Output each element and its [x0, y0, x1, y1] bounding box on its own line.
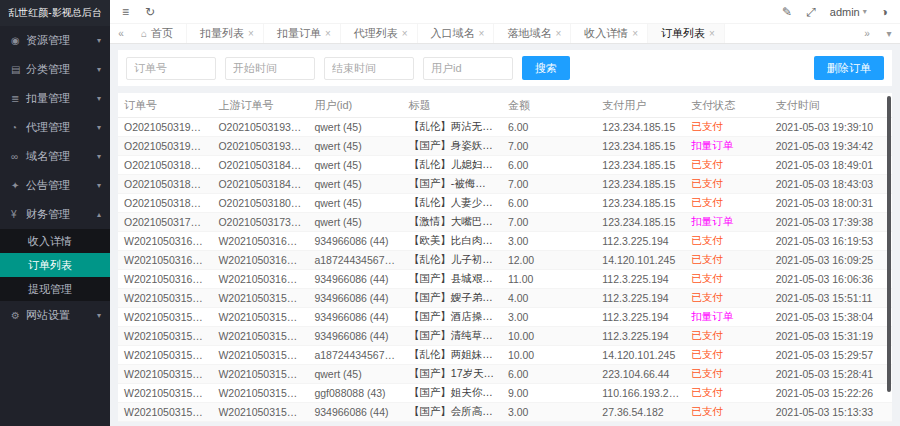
sidebar-menu: ◉ 资源管理 ▾ ▤ 分类管理 ▾ ≣ 扣量管理 ▾ ◔	[0, 26, 110, 330]
cell-status: 已支付	[685, 365, 769, 384]
cell-payer: 112.3.225.194	[596, 289, 685, 308]
end-time-input[interactable]	[324, 57, 414, 80]
cell-title: 【国产】酒店操自养的大...	[403, 308, 502, 327]
cell-payer: 110.166.193.229	[596, 384, 685, 403]
cell-title: 【国产】清纯草莓小美女	[403, 327, 502, 346]
cell-upstream-no: O202105031739225212	[212, 213, 308, 232]
cell-title: 【乱伦】儿子初期鲜嫩大	[403, 251, 502, 270]
tab-close-icon[interactable]: ×	[709, 28, 715, 39]
admin-dropdown[interactable]: admin ▾	[830, 6, 867, 18]
tab-scroll-left-icon[interactable]: «	[110, 28, 132, 39]
tab-close-icon[interactable]: ×	[632, 28, 638, 39]
delete-orders-button[interactable]: 删除订单	[814, 56, 884, 80]
cell-amount: 6.00	[502, 118, 596, 137]
cell-order-no: O202105031938581410...	[118, 118, 212, 137]
tab-item[interactable]: 订单列表 ×	[648, 24, 725, 43]
cell-status: 扣量订单	[685, 213, 769, 232]
tab-close-icon[interactable]: ×	[555, 28, 561, 39]
chevron-icon: ▴	[97, 210, 101, 219]
sidebar-menu-item[interactable]: ◔ 代理管理 ▾	[0, 113, 110, 142]
tabbar-right: » ▾	[856, 28, 900, 39]
sidebar-menu-item[interactable]: ≣ 扣量管理 ▾	[0, 84, 110, 113]
cell-amount: 6.00	[502, 194, 596, 213]
tab-close-icon[interactable]: ×	[479, 28, 485, 39]
tab-options-icon[interactable]: ▾	[878, 28, 900, 39]
status-badge: 已支付	[691, 234, 723, 246]
table-scrollbar[interactable]	[887, 96, 891, 392]
cell-title: 【激情】大嘴巴初入出入	[403, 213, 502, 232]
tab-item[interactable]: 落地域名 ×	[494, 24, 571, 43]
start-time-input[interactable]	[225, 57, 315, 80]
sidebar-menu-item[interactable]: ⚙ 网站设置 ▾	[0, 301, 110, 330]
cell-title: 【国产】姐夫你喝醉了!...	[403, 384, 502, 403]
status-badge: 已支付	[691, 177, 723, 189]
app-logo-title: 乱世红颜-影视总后台	[0, 0, 110, 26]
cell-user: 934966086 (44)	[308, 289, 402, 308]
sidebar-submenu-item[interactable]: 提现管理	[0, 277, 110, 301]
cell-order-no: O202105031848407685...	[118, 156, 212, 175]
status-badge: 已支付	[691, 253, 723, 265]
collapse-sidebar-icon[interactable]: ≡	[122, 5, 129, 19]
tab-item[interactable]: 代理列表 ×	[341, 24, 418, 43]
sidebar-menu-item[interactable]: ∞ 域名管理 ▾	[0, 142, 110, 171]
theme-icon[interactable]: ◑	[881, 5, 888, 19]
cell-order-no: W202105031528286328...	[118, 365, 212, 384]
search-button[interactable]: 搜索	[522, 56, 570, 80]
cell-status: 已支付	[685, 194, 769, 213]
tab-label: 代理列表	[354, 26, 398, 41]
cell-user: 934966086 (44)	[308, 270, 402, 289]
cell-time: 2021-05-03 17:39:38	[770, 213, 892, 232]
tab-item[interactable]: 扣量订单 ×	[264, 24, 341, 43]
cell-user: qwert (45)	[308, 156, 402, 175]
tab-close-icon[interactable]: ×	[248, 28, 254, 39]
tab-close-icon[interactable]: ×	[325, 28, 331, 39]
sidebar-submenu-item[interactable]: 订单列表	[0, 253, 110, 277]
tab-close-icon[interactable]: ×	[402, 28, 408, 39]
fullscreen-icon[interactable]: ⤢	[806, 5, 816, 19]
menu-item-icon: ≣	[11, 93, 26, 104]
tab-item[interactable]: ⌂ 首页	[132, 24, 187, 43]
menu-item-label: 扣量管理	[26, 91, 97, 106]
refresh-icon[interactable]: ↻	[145, 5, 155, 19]
home-icon: ⌂	[141, 28, 147, 39]
order-no-input[interactable]	[126, 57, 216, 80]
cell-amount: 9.00	[502, 384, 596, 403]
cell-title: 【乱伦】人妻少妇平白嫩...	[403, 194, 502, 213]
cell-title: 【乱伦】儿媳妇未在姥姥...	[403, 156, 502, 175]
cell-payer: 223.104.66.44	[596, 365, 685, 384]
status-badge: 扣量订单	[691, 215, 733, 227]
menu-item-icon: ◔	[11, 122, 26, 133]
tab-item[interactable]: 入口域名 ×	[418, 24, 495, 43]
menu-item-icon: ▤	[11, 64, 26, 75]
status-badge: 扣量订单	[691, 139, 733, 151]
cell-status: 已支付	[685, 175, 769, 194]
sidebar-submenu-item[interactable]: 收入详情	[0, 229, 110, 253]
sidebar-menu-item[interactable]: ✦ 公告管理 ▾	[0, 171, 110, 200]
cell-title: 【欧美】比白肉料还要人...	[403, 232, 502, 251]
clear-cache-icon[interactable]: ✎	[782, 5, 792, 19]
tab-item[interactable]: 收入详情 ×	[571, 24, 648, 43]
sidebar-menu-item[interactable]: ▤ 分类管理 ▾	[0, 55, 110, 84]
menu-item-label: 代理管理	[26, 120, 97, 135]
user-id-input[interactable]	[423, 57, 513, 80]
cell-upstream-no: W202105031528286328...	[212, 365, 308, 384]
table-row: O202105031938581410... O2021050319385814…	[118, 118, 892, 137]
cell-order-no: O202105031800162747...	[118, 194, 212, 213]
cell-order-no: W202105031609123540	[118, 251, 212, 270]
tab-item[interactable]: 扣量列表 ×	[187, 24, 264, 43]
menu-item-label: 公告管理	[26, 178, 97, 193]
cell-upstream-no: W202105031522118993...	[212, 384, 308, 403]
cell-title: 【乱伦】两沾无暇双胞2...	[403, 118, 502, 137]
tab-scroll-right-icon[interactable]: »	[856, 28, 878, 39]
cell-payer: 123.234.185.15	[596, 156, 685, 175]
status-badge: 已支付	[691, 367, 723, 379]
sidebar-menu-item[interactable]: ¥ 财务管理 ▴	[0, 200, 110, 229]
cell-user: 934966086 (44)	[308, 327, 402, 346]
tab-label: 入口域名	[431, 26, 475, 41]
topbar-right: ✎ ⤢ admin ▾ ◑	[782, 5, 888, 19]
cell-order-no: W202105031512572445...	[118, 403, 212, 422]
table-header: 订单号 上游订单号 用户(id) 标题 金额 支付用户 支付状态 支付时间	[118, 93, 892, 118]
status-badge: 扣量订单	[691, 310, 733, 322]
col-payer: 支付用户	[596, 93, 685, 118]
sidebar-menu-item[interactable]: ◉ 资源管理 ▾	[0, 26, 110, 55]
